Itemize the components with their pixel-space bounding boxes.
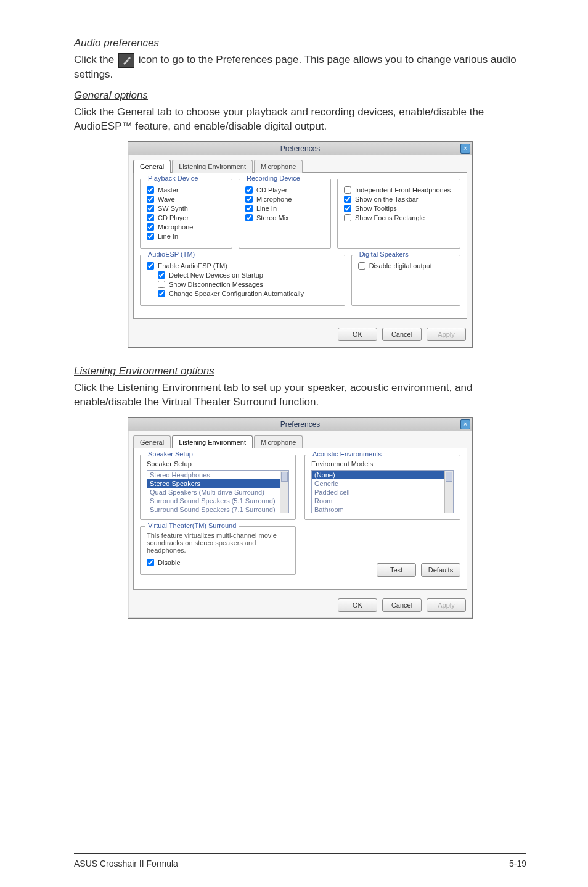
- opt-enable-audioesp[interactable]: Enable AudioESP (TM): [147, 262, 338, 270]
- label: Detect New Devices on Startup: [169, 271, 263, 279]
- list-item[interactable]: Surround Sound Speakers (7.1 Surround): [147, 505, 288, 513]
- list-item[interactable]: Bathroom: [312, 505, 453, 513]
- hammer-icon: [118, 53, 134, 68]
- screenshot-listening-dialog: Preferences × General Listening Environm…: [74, 417, 526, 619]
- close-icon[interactable]: ×: [460, 419, 470, 429]
- list-item[interactable]: Surround Sound Speakers (5.1 Surround): [147, 497, 288, 505]
- apply-button[interactable]: Apply: [427, 598, 466, 612]
- playback-linein[interactable]: Line In: [147, 233, 226, 240]
- list-item[interactable]: Stereo Speakers: [147, 479, 288, 488]
- dialog-title: Preferences: [280, 420, 321, 429]
- label: Microphone: [158, 223, 193, 231]
- apply-button[interactable]: Apply: [427, 328, 466, 341]
- dialog-title: Preferences: [280, 144, 321, 153]
- cancel-button[interactable]: Cancel: [382, 598, 422, 612]
- titlebar: Preferences ×: [128, 418, 472, 431]
- label: Line In: [158, 233, 178, 240]
- paragraph-listening-environment: Click the Listening Environment tab to s…: [74, 381, 526, 410]
- label: CD Player: [158, 214, 189, 221]
- tab-listening[interactable]: Listening Environment: [172, 435, 253, 448]
- label: SW Synth: [158, 205, 188, 212]
- group-title: Playback Device: [145, 175, 200, 182]
- environment-models-listbox[interactable]: (None) Generic Padded cell Room Bathroom: [311, 470, 454, 513]
- recording-stereomix[interactable]: Stereo Mix: [245, 214, 324, 221]
- label-speaker-setup: Speaker Setup: [147, 460, 289, 468]
- test-button[interactable]: Test: [377, 563, 416, 577]
- dialog-buttons: OK Cancel Apply: [128, 324, 472, 347]
- scrollbar[interactable]: [280, 471, 288, 513]
- group-title: Recording Device: [244, 175, 303, 182]
- list-item[interactable]: Padded cell: [312, 488, 453, 497]
- group-digital-speakers: Digital Speakers Disable digital output: [351, 255, 460, 306]
- ok-button[interactable]: OK: [338, 328, 377, 341]
- opt-disable-digital-output[interactable]: Disable digital output: [358, 262, 454, 270]
- opt-change-speaker-config[interactable]: Change Speaker Configuration Automatical…: [158, 290, 338, 297]
- heading-general-options: General options: [74, 89, 526, 102]
- tabpanel-listening: Speaker Setup Speaker Setup Stereo Headp…: [133, 448, 467, 590]
- list-item[interactable]: Room: [312, 497, 453, 505]
- opt-independent-front-headphones[interactable]: Independent Front Headphones: [344, 186, 454, 194]
- label: Line In: [256, 205, 277, 212]
- playback-wave[interactable]: Wave: [147, 196, 226, 203]
- label: Show on the Taskbar: [355, 196, 419, 203]
- group-recording-device: Recording Device CD Player Microphone Li…: [239, 179, 331, 249]
- label: Microphone: [256, 196, 292, 203]
- label: Enable AudioESP (TM): [158, 262, 227, 270]
- playback-swsynth[interactable]: SW Synth: [147, 205, 226, 212]
- group-title: Virtual Theater(TM) Surround: [145, 522, 239, 529]
- list-item[interactable]: Stereo Headphones: [147, 471, 288, 479]
- group-audioesp: AudioESP (TM) Enable AudioESP (TM) Detec…: [140, 255, 345, 306]
- recording-cdplayer[interactable]: CD Player: [245, 186, 324, 194]
- group-playback-device: Playback Device Master Wave SW Synth CD …: [140, 179, 232, 249]
- footer-product: ASUS Crosshair II Formula: [74, 859, 178, 868]
- label: Wave: [158, 196, 175, 203]
- scroll-thumb[interactable]: [446, 472, 452, 482]
- recording-linein[interactable]: Line In: [245, 205, 324, 212]
- tab-general[interactable]: General: [133, 435, 171, 448]
- inner-buttons: Test Defaults: [304, 563, 460, 577]
- playback-microphone[interactable]: Microphone: [147, 223, 226, 231]
- playback-master[interactable]: Master: [147, 186, 226, 194]
- label-environment-models: Environment Models: [311, 460, 454, 468]
- speaker-setup-listbox[interactable]: Stereo Headphones Stereo Speakers Quad S…: [147, 470, 289, 513]
- defaults-button[interactable]: Defaults: [421, 563, 460, 577]
- playback-cdplayer[interactable]: CD Player: [147, 214, 226, 221]
- virtual-theater-desc: This feature virtualizes multi-channel m…: [147, 532, 289, 554]
- ok-button[interactable]: OK: [338, 598, 377, 612]
- list-item[interactable]: Generic: [312, 479, 453, 488]
- cancel-button[interactable]: Cancel: [382, 328, 422, 341]
- opt-show-disconnection[interactable]: Show Disconnection Messages: [158, 281, 338, 288]
- label: Disable digital output: [369, 262, 432, 270]
- heading-audio-preferences: Audio preferences: [74, 37, 526, 49]
- opt-show-focus-rectangle[interactable]: Show Focus Rectangle: [344, 214, 454, 221]
- list-item[interactable]: Quad Speakers (Multi-drive Surround): [147, 488, 288, 497]
- close-icon[interactable]: ×: [460, 144, 470, 154]
- tab-listening[interactable]: Listening Environment: [172, 160, 253, 173]
- page-footer: ASUS Crosshair II Formula 5-19: [74, 853, 526, 868]
- group-virtual-theater: Virtual Theater(TM) Surround This featur…: [140, 526, 296, 575]
- page: Audio preferences Click the icon to go t…: [0, 0, 588, 887]
- opt-show-taskbar[interactable]: Show on the Taskbar: [344, 196, 454, 203]
- text-fragment: Click the: [74, 54, 117, 65]
- opt-detect-new-devices[interactable]: Detect New Devices on Startup: [158, 271, 338, 279]
- tab-general[interactable]: General: [133, 160, 171, 173]
- label: Disable: [158, 559, 181, 566]
- opt-show-tooltips[interactable]: Show Tooltips: [344, 205, 454, 212]
- label: Master: [158, 186, 179, 194]
- text-fragment: icon to go to the Preferences page. This…: [74, 54, 517, 80]
- scrollbar[interactable]: [444, 471, 453, 513]
- group-speaker-setup: Speaker Setup Speaker Setup Stereo Headp…: [140, 455, 296, 520]
- label: Show Focus Rectangle: [355, 214, 425, 221]
- label: Show Tooltips: [355, 205, 397, 212]
- preferences-dialog: Preferences × General Listening Environm…: [128, 141, 473, 348]
- tabstrip: General Listening Environment Microphone: [128, 431, 472, 448]
- label: Independent Front Headphones: [355, 186, 451, 194]
- recording-microphone[interactable]: Microphone: [245, 196, 324, 203]
- tabpanel-general: Playback Device Master Wave SW Synth CD …: [133, 172, 467, 319]
- label: Change Speaker Configuration Automatical…: [169, 290, 304, 297]
- opt-disable-virtual-theater[interactable]: Disable: [147, 559, 289, 566]
- list-item[interactable]: (None): [312, 471, 453, 479]
- tab-microphone[interactable]: Microphone: [254, 160, 303, 173]
- scroll-thumb[interactable]: [281, 472, 288, 482]
- tab-microphone[interactable]: Microphone: [254, 435, 303, 448]
